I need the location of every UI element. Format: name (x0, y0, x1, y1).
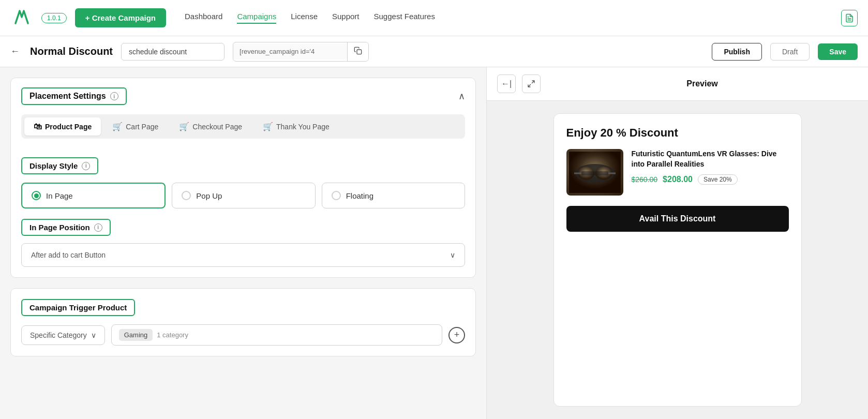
display-style-title-box: Display Style i (21, 157, 98, 174)
doc-icon[interactable] (841, 10, 858, 26)
product-image (566, 149, 623, 196)
tab-cart-page-label: Cart Page (126, 123, 158, 131)
placement-settings-info-icon[interactable]: i (110, 92, 118, 100)
save-button[interactable]: Save (818, 43, 858, 60)
draft-button[interactable]: Draft (770, 43, 810, 61)
position-dropdown-chevron: ∨ (450, 251, 455, 259)
nav-links: Dashboard Campaigns License Support Sugg… (185, 12, 833, 24)
back-button[interactable]: ← (10, 46, 20, 57)
radio-popup (182, 191, 191, 200)
checkout-page-icon: 🛒 (179, 122, 189, 131)
category-dropdown-label: Specific Category (30, 331, 87, 339)
product-info: Futuristic QuantumLens VR Glasses: Dive … (632, 149, 789, 185)
right-panel: ←| Preview Enjoy 20 % Discount (486, 67, 868, 419)
placement-settings-title: Placement Settings (29, 92, 106, 101)
category-tags: Gaming 1 category (111, 324, 442, 346)
style-option-popup[interactable]: Pop Up (172, 183, 315, 208)
style-option-inpage[interactable]: In Page (21, 183, 166, 208)
product-page-icon: 🛍 (34, 122, 42, 131)
radio-floating (332, 191, 341, 200)
cart-page-icon: 🛒 (112, 122, 123, 131)
display-style-info-icon[interactable]: i (82, 162, 90, 170)
svg-rect-8 (581, 171, 608, 175)
copy-button[interactable] (347, 42, 368, 61)
expand-icon (527, 80, 535, 88)
category-dropdown-chevron: ∨ (91, 331, 96, 339)
create-campaign-button[interactable]: + Create Campaign (75, 8, 166, 27)
style-option-floating[interactable]: Floating (322, 183, 465, 208)
nav-link-suggest[interactable]: Suggest Features (374, 12, 435, 24)
new-price: $208.00 (663, 175, 693, 184)
nav-link-license[interactable]: License (291, 12, 318, 24)
placement-settings-section: Placement Settings i ∧ 🛍 Product Page 🛒 … (10, 78, 476, 278)
tab-thank-you-page-label: Thank You Page (276, 123, 330, 131)
nav-right (841, 10, 858, 26)
tab-cart-page[interactable]: 🛒 Cart Page (103, 117, 168, 136)
nav-link-dashboard[interactable]: Dashboard (185, 12, 222, 24)
preview-header: ←| Preview (487, 67, 868, 101)
nav-link-support[interactable]: Support (332, 12, 360, 24)
vr-glasses-svg (569, 152, 621, 193)
style-options: In Page Pop Up Floating (21, 183, 465, 208)
shortcode-input[interactable] (233, 43, 347, 59)
gaming-tag: Gaming (119, 329, 153, 341)
tab-checkout-page[interactable]: 🛒 Checkout Page (170, 117, 251, 136)
preview-content: Enjoy 20 % Discount (487, 101, 868, 419)
campaign-trigger-title-box: Campaign Trigger Product (21, 299, 135, 316)
tab-checkout-page-label: Checkout Page (192, 123, 242, 131)
radio-inpage (32, 191, 41, 200)
left-panel: Placement Settings i ∧ 🛍 Product Page 🛒 … (0, 67, 486, 419)
product-name: Futuristic QuantumLens VR Glasses: Dive … (632, 149, 789, 169)
preview-back-icon: ←| (501, 79, 512, 88)
tab-thank-you-page[interactable]: 🛒 Thank You Page (253, 117, 339, 136)
price-row: $260.00 $208.00 Save 20% (632, 174, 789, 185)
publish-button[interactable]: Publish (712, 43, 762, 61)
campaign-name-input[interactable] (121, 43, 225, 61)
product-row: Futuristic QuantumLens VR Glasses: Dive … (566, 149, 789, 196)
preview-back-button[interactable]: ←| (497, 74, 516, 93)
tag-count: 1 category (157, 331, 188, 339)
create-campaign-label: + Create Campaign (85, 13, 156, 22)
top-nav: 1.0.1 + Create Campaign Dashboard Campai… (0, 0, 868, 36)
style-option-popup-label: Pop Up (196, 191, 222, 200)
style-option-inpage-label: In Page (46, 191, 73, 200)
main-layout: Placement Settings i ∧ 🛍 Product Page 🛒 … (0, 67, 868, 419)
placement-settings-body: 🛍 Product Page 🛒 Cart Page 🛒 Checkout Pa… (11, 114, 475, 149)
svg-rect-3 (357, 50, 362, 54)
placement-settings-collapse[interactable]: ∧ (458, 91, 465, 102)
preview-card-title: Enjoy 20 % Discount (566, 126, 789, 140)
tab-product-page-label: Product Page (45, 123, 92, 131)
shortcode-wrapper (233, 42, 369, 62)
product-image-inner (566, 149, 623, 196)
campaign-trigger-title: Campaign Trigger Product (29, 303, 127, 312)
tab-product-page[interactable]: 🛍 Product Page (24, 117, 101, 136)
position-dropdown-value: After add to cart Button (31, 251, 106, 259)
version-badge: 1.0.1 (41, 13, 67, 23)
logo (10, 6, 33, 30)
style-option-floating-label: Floating (346, 191, 373, 200)
campaign-trigger-section: Campaign Trigger Product Specific Catego… (10, 288, 476, 356)
preview-title: Preview (686, 79, 717, 88)
position-dropdown[interactable]: After add to cart Button ∨ (21, 243, 465, 267)
page-tabs: 🛍 Product Page 🛒 Cart Page 🛒 Checkout Pa… (21, 114, 465, 139)
trigger-controls: Specific Category ∨ Gaming 1 category + (21, 324, 465, 346)
category-dropdown[interactable]: Specific Category ∨ (21, 325, 105, 345)
inpage-position-info-icon[interactable]: i (94, 223, 102, 232)
second-bar: ← Normal Discount Publish Draft Save (0, 36, 868, 67)
inpage-position-title-box: In Page Position i (21, 219, 111, 236)
thank-you-page-icon: 🛒 (263, 122, 273, 131)
placement-settings-header: Placement Settings i ∧ (11, 78, 475, 114)
inpage-position-section: In Page Position i After add to cart But… (11, 219, 475, 277)
placement-settings-title-box: Placement Settings i (21, 87, 127, 105)
save-badge: Save 20% (698, 174, 738, 185)
display-style-section: Display Style i In Page Pop Up Floating (11, 149, 475, 219)
page-title: Normal Discount (30, 46, 113, 57)
nav-link-campaigns[interactable]: Campaigns (237, 12, 276, 24)
old-price: $260.00 (632, 175, 658, 184)
preview-expand-button[interactable] (522, 74, 541, 93)
add-category-button[interactable]: + (448, 327, 465, 343)
inpage-position-title: In Page Position (29, 223, 90, 232)
preview-card: Enjoy 20 % Discount (553, 113, 802, 407)
display-style-title: Display Style (29, 161, 78, 170)
avail-discount-button[interactable]: Avail This Discount (566, 206, 789, 232)
